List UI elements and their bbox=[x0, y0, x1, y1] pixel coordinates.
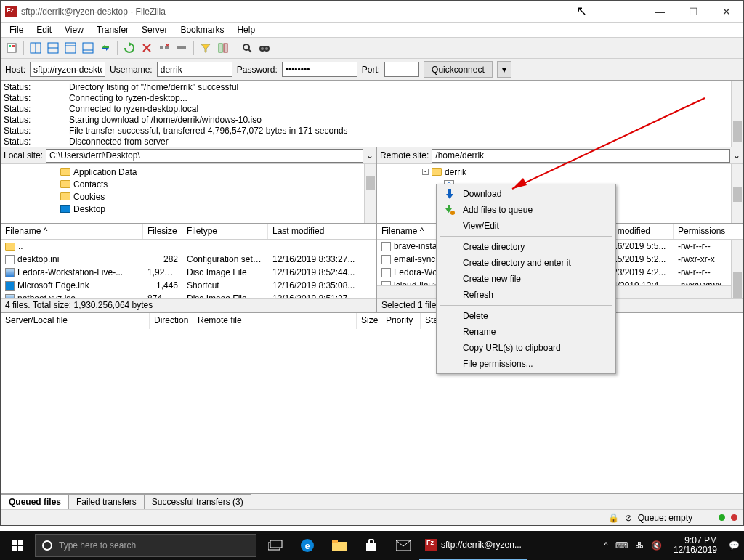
password-input[interactable] bbox=[282, 62, 357, 77]
search-icon[interactable] bbox=[239, 40, 255, 56]
tree-scrollbar[interactable] bbox=[364, 164, 376, 223]
clock[interactable]: 9:07 PM12/16/2019 bbox=[669, 536, 721, 555]
volume-icon[interactable]: 🔇 bbox=[651, 540, 662, 551]
explorer-icon[interactable] bbox=[323, 531, 355, 560]
tray-up-icon[interactable]: ^ bbox=[604, 540, 608, 551]
minimize-button[interactable]: — bbox=[643, 1, 676, 23]
message-log[interactable]: Status:Directory listing of "/home/derri… bbox=[1, 81, 743, 147]
refresh-icon[interactable] bbox=[121, 40, 137, 56]
tree-item: -derrik bbox=[422, 166, 740, 178]
username-label: Username: bbox=[110, 65, 153, 75]
host-input[interactable] bbox=[30, 62, 105, 77]
compare-icon[interactable] bbox=[215, 40, 231, 56]
svg-rect-31 bbox=[12, 540, 17, 545]
context-download[interactable]: Download bbox=[438, 186, 614, 202]
filter-icon[interactable] bbox=[198, 40, 214, 56]
svg-rect-14 bbox=[165, 46, 169, 49]
quickconnect-bar: Host: Username: Password: Port: Quickcon… bbox=[1, 59, 743, 81]
layout4-icon[interactable] bbox=[80, 40, 96, 56]
tab-queued[interactable]: Queued files bbox=[1, 494, 69, 509]
quickconnect-button[interactable]: Quickconnect bbox=[424, 61, 493, 78]
username-input[interactable] bbox=[157, 62, 232, 77]
quickconnect-dropdown[interactable]: ▾ bbox=[497, 61, 512, 78]
stop-icon[interactable] bbox=[139, 40, 155, 56]
local-file-list[interactable]: ..desktop.ini282Configuration setti...12… bbox=[1, 240, 376, 298]
transfer-queue[interactable] bbox=[1, 329, 743, 494]
svg-point-25 bbox=[265, 47, 268, 50]
menubar: File Edit View Transfer Server Bookmarks… bbox=[1, 23, 743, 37]
svg-rect-41 bbox=[332, 540, 338, 543]
menu-edit[interactable]: Edit bbox=[31, 23, 57, 36]
svg-rect-33 bbox=[12, 546, 17, 551]
list-item[interactable]: netboot.xyz.iso874,496Disc Image File12/… bbox=[1, 292, 376, 298]
menu-file[interactable]: File bbox=[4, 23, 29, 36]
local-tree[interactable]: Application Data Contacts Cookies Deskto… bbox=[1, 164, 376, 224]
taskbar-app-filezilla[interactable]: Fz sftp://derrik@ryzen... bbox=[419, 531, 527, 560]
taskbar-search[interactable]: Type here to search bbox=[35, 534, 256, 557]
transfer-queue-header: Server/Local file Direction Remote file … bbox=[1, 313, 743, 329]
context-copy-url-s-to-clipboard[interactable]: Copy URL(s) to clipboard bbox=[438, 340, 614, 356]
context-create-new-file[interactable]: Create new file bbox=[438, 271, 614, 287]
local-site-label: Local site: bbox=[4, 150, 43, 161]
menu-server[interactable]: Server bbox=[136, 23, 173, 36]
context-file-permissions-[interactable]: File permissions... bbox=[438, 356, 614, 372]
context-create-directory-and-enter-it[interactable]: Create directory and enter it bbox=[438, 255, 614, 271]
svg-rect-19 bbox=[224, 44, 227, 52]
context-delete[interactable]: Delete bbox=[438, 308, 614, 324]
context-refresh[interactable]: Refresh bbox=[438, 287, 614, 303]
menu-transfer[interactable]: Transfer bbox=[91, 23, 134, 36]
list-item[interactable]: desktop.ini282Configuration setti...12/1… bbox=[1, 253, 376, 266]
menu-help[interactable]: Help bbox=[231, 23, 261, 36]
remote-path-dropdown-icon[interactable]: ⌄ bbox=[733, 150, 740, 161]
tab-successful[interactable]: Successful transfers (3) bbox=[144, 494, 251, 509]
edge-icon[interactable]: e bbox=[291, 531, 323, 560]
input-icon[interactable]: ⌨ bbox=[615, 540, 628, 551]
local-path-input[interactable] bbox=[46, 149, 363, 163]
local-status: 4 files. Total size: 1,930,256,064 bytes bbox=[1, 298, 376, 312]
context-rename[interactable]: Rename bbox=[438, 324, 614, 340]
close-button[interactable]: ✕ bbox=[710, 1, 743, 23]
layout1-icon[interactable] bbox=[28, 40, 44, 56]
mail-icon[interactable] bbox=[387, 531, 419, 560]
menu-bookmarks[interactable]: Bookmarks bbox=[174, 23, 230, 36]
maximize-button[interactable]: ☐ bbox=[676, 1, 710, 23]
network-icon[interactable]: 🖧 bbox=[635, 540, 644, 551]
context-add-files-to-queue[interactable]: Add files to queue bbox=[438, 202, 614, 218]
toolbar bbox=[1, 37, 743, 59]
sync-icon[interactable] bbox=[97, 40, 113, 56]
site-manager-icon[interactable] bbox=[4, 40, 20, 56]
svg-point-24 bbox=[261, 47, 264, 50]
list-item[interactable]: Fedora-Workstation-Live-...1,929,379,8..… bbox=[1, 266, 376, 279]
disconnect-icon[interactable] bbox=[156, 40, 172, 56]
password-label: Password: bbox=[237, 65, 278, 75]
context-view-edit[interactable]: View/Edit bbox=[438, 218, 614, 234]
list-scrollbar-v[interactable] bbox=[731, 240, 743, 298]
tree-scrollbar[interactable] bbox=[731, 164, 743, 223]
store-icon[interactable] bbox=[355, 531, 387, 560]
tab-failed[interactable]: Failed transfers bbox=[68, 494, 145, 509]
reconnect-icon[interactable] bbox=[174, 40, 190, 56]
task-view-icon[interactable] bbox=[259, 531, 291, 560]
notifications-icon[interactable]: 💬 bbox=[729, 540, 740, 551]
port-input[interactable] bbox=[384, 62, 419, 77]
binoculars-icon[interactable] bbox=[256, 40, 272, 56]
svg-point-28 bbox=[450, 211, 455, 215]
svg-line-21 bbox=[248, 49, 251, 52]
queue-tabs: Queued files Failed transfers Successful… bbox=[1, 493, 743, 509]
tree-item: Contacts bbox=[60, 178, 373, 190]
svg-rect-17 bbox=[177, 46, 186, 49]
list-item[interactable]: Microsoft Edge.lnk1,446Shortcut12/16/201… bbox=[1, 279, 376, 292]
menu-view[interactable]: View bbox=[59, 23, 89, 36]
log-scrollbar[interactable] bbox=[731, 81, 743, 147]
layout2-icon[interactable] bbox=[45, 40, 61, 56]
local-path-dropdown-icon[interactable]: ⌄ bbox=[366, 150, 373, 161]
folder-icon bbox=[60, 168, 70, 176]
start-button[interactable] bbox=[0, 531, 35, 560]
svg-rect-26 bbox=[448, 189, 451, 195]
layout3-icon[interactable] bbox=[62, 40, 78, 56]
context-create-directory[interactable]: Create directory bbox=[438, 239, 614, 255]
remote-path-input[interactable] bbox=[432, 149, 730, 163]
svg-rect-2 bbox=[12, 45, 15, 47]
window-title: sftp://derrik@ryzen-desktop - FileZilla bbox=[21, 7, 643, 17]
list-item[interactable]: .. bbox=[1, 240, 376, 253]
